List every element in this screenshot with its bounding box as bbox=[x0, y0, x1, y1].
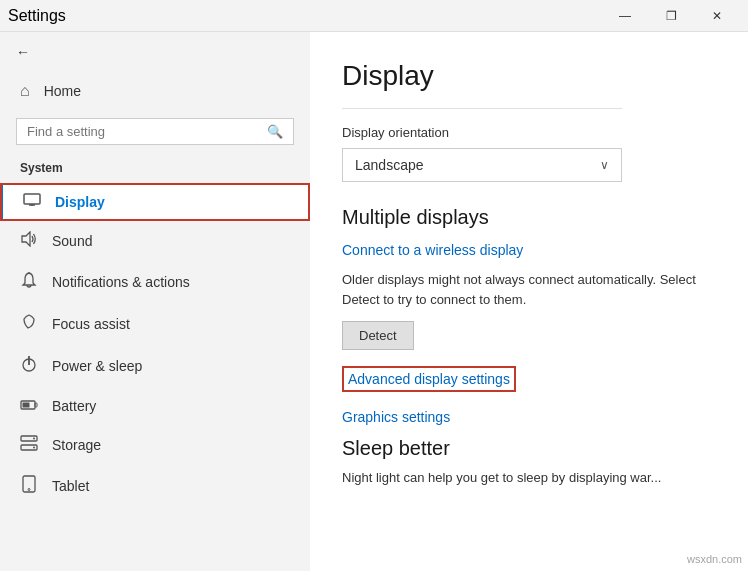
sleep-heading: Sleep better bbox=[342, 437, 716, 460]
orientation-label: Display orientation bbox=[342, 125, 716, 140]
orientation-value: Landscape bbox=[355, 157, 424, 173]
battery-icon bbox=[20, 397, 38, 415]
chevron-down-icon: ∨ bbox=[600, 158, 609, 172]
titlebar: Settings — ❐ ✕ bbox=[0, 0, 748, 32]
storage-label: Storage bbox=[52, 437, 101, 453]
search-icon: 🔍 bbox=[267, 124, 283, 139]
tablet-icon bbox=[20, 475, 38, 497]
notifications-icon bbox=[20, 271, 38, 293]
display-icon bbox=[23, 193, 41, 211]
svg-point-12 bbox=[33, 447, 35, 449]
titlebar-title: Settings bbox=[8, 7, 66, 25]
back-button[interactable]: ← bbox=[0, 32, 310, 72]
focus-label: Focus assist bbox=[52, 316, 130, 332]
content-area: Display Display orientation Landscape ∨ … bbox=[310, 32, 748, 571]
focus-icon bbox=[20, 313, 38, 335]
home-label: Home bbox=[44, 83, 81, 99]
svg-point-11 bbox=[33, 438, 35, 440]
divider bbox=[342, 108, 622, 109]
sidebar-item-sound[interactable]: Sound bbox=[0, 221, 310, 261]
search-input[interactable] bbox=[27, 124, 259, 139]
battery-label: Battery bbox=[52, 398, 96, 414]
svg-rect-8 bbox=[23, 403, 30, 408]
sidebar-item-power[interactable]: Power & sleep bbox=[0, 345, 310, 387]
svg-rect-7 bbox=[35, 403, 37, 407]
sidebar-section-title: System bbox=[0, 157, 310, 183]
power-label: Power & sleep bbox=[52, 358, 142, 374]
svg-point-14 bbox=[28, 489, 30, 491]
svg-rect-0 bbox=[24, 194, 40, 204]
advanced-display-link[interactable]: Advanced display settings bbox=[348, 371, 510, 387]
maximize-button[interactable]: ❐ bbox=[648, 0, 694, 32]
home-icon: ⌂ bbox=[20, 82, 30, 100]
close-button[interactable]: ✕ bbox=[694, 0, 740, 32]
notifications-label: Notifications & actions bbox=[52, 274, 190, 290]
titlebar-controls: — ❐ ✕ bbox=[602, 0, 740, 32]
power-icon bbox=[20, 355, 38, 377]
detect-button[interactable]: Detect bbox=[342, 321, 414, 350]
storage-icon bbox=[20, 435, 38, 455]
search-box[interactable]: 🔍 bbox=[16, 118, 294, 145]
sound-icon bbox=[20, 231, 38, 251]
sidebar: ← ⌂ Home 🔍 System Display bbox=[0, 32, 310, 571]
app-body: ← ⌂ Home 🔍 System Display bbox=[0, 32, 748, 571]
sidebar-item-storage[interactable]: Storage bbox=[0, 425, 310, 465]
sidebar-item-focus[interactable]: Focus assist bbox=[0, 303, 310, 345]
sidebar-item-notifications[interactable]: Notifications & actions bbox=[0, 261, 310, 303]
minimize-button[interactable]: — bbox=[602, 0, 648, 32]
back-arrow-icon: ← bbox=[16, 44, 30, 60]
sleep-text: Night light can help you get to sleep by… bbox=[342, 468, 716, 488]
sidebar-item-tablet[interactable]: Tablet bbox=[0, 465, 310, 507]
advanced-display-link-box: Advanced display settings bbox=[342, 366, 516, 392]
older-displays-text: Older displays might not always connect … bbox=[342, 270, 716, 309]
sidebar-item-home[interactable]: ⌂ Home bbox=[0, 72, 310, 110]
titlebar-left: Settings bbox=[8, 7, 66, 25]
watermark: wsxdn.com bbox=[687, 553, 742, 565]
page-title: Display bbox=[342, 60, 716, 92]
multiple-displays-heading: Multiple displays bbox=[342, 206, 716, 229]
display-label: Display bbox=[55, 194, 105, 210]
graphics-settings-link[interactable]: Graphics settings bbox=[342, 409, 450, 425]
sound-label: Sound bbox=[52, 233, 92, 249]
sidebar-item-battery[interactable]: Battery bbox=[0, 387, 310, 425]
wireless-display-link[interactable]: Connect to a wireless display bbox=[342, 242, 523, 258]
orientation-dropdown[interactable]: Landscape ∨ bbox=[342, 148, 622, 182]
svg-marker-3 bbox=[22, 232, 30, 246]
tablet-label: Tablet bbox=[52, 478, 89, 494]
svg-rect-13 bbox=[23, 476, 35, 492]
sidebar-item-display[interactable]: Display bbox=[0, 183, 310, 221]
